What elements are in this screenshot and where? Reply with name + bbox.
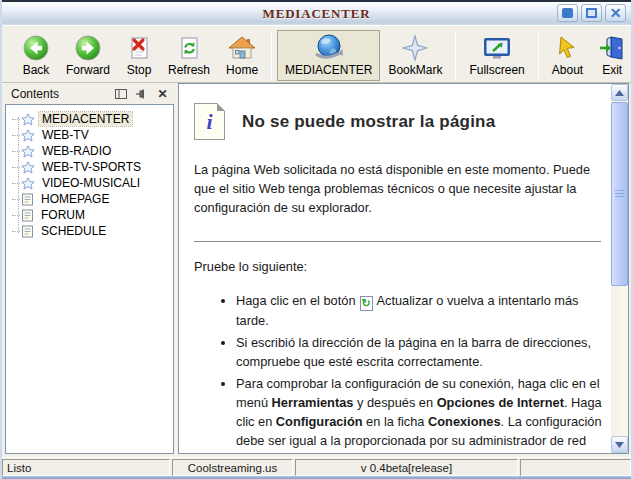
tree-item-label: MEDIACENTER <box>39 112 132 126</box>
statusbar: Listo Coolstreaming.us v 0.4beta[release… <box>2 457 631 476</box>
about-label: About <box>552 63 583 77</box>
titlebar: MEDIACENTER ✕ <box>2 0 631 25</box>
bullet-text-bold: Conexiones <box>428 414 501 429</box>
bookmark-label: BookMark <box>388 63 442 77</box>
fullscreen-icon <box>482 33 512 63</box>
status-version: v 0.4beta[release] <box>295 459 518 476</box>
mediacenter-label: MEDIACENTER <box>285 63 372 77</box>
tree-item-mediacenter[interactable]: MEDIACENTER <box>12 111 171 127</box>
star-icon <box>21 113 35 126</box>
tree-item-label: WEB-TV <box>39 128 92 142</box>
refresh-label: Refresh <box>168 63 210 77</box>
toolbar-separator <box>455 31 456 79</box>
bullet-text: Haga clic en el botón <box>236 293 356 308</box>
tree-item-web-tv-sports[interactable]: WEB-TV-SPORTS <box>12 159 171 175</box>
home-label: Home <box>226 63 258 77</box>
tree-item-homepage[interactable]: HOMEPAGE <box>12 191 171 207</box>
tree-item-label: SCHEDULE <box>38 224 109 238</box>
bullet-text: en la ficha <box>363 414 428 429</box>
status-filler <box>520 459 631 476</box>
refresh-inline-icon: ↻ <box>360 296 373 311</box>
close-button[interactable]: ✕ <box>605 4 626 22</box>
browser-view: i No se puede mostrar la página La págin… <box>178 83 629 454</box>
star-icon <box>21 177 35 190</box>
tree-item-schedule[interactable]: SCHEDULE <box>12 223 171 239</box>
fullscreen-label: Fullscreen <box>469 63 524 77</box>
star-icon <box>21 129 35 142</box>
list-item: Si escribió la dirección de la página en… <box>236 333 603 371</box>
page-title: No se puede mostrar la página <box>242 112 495 131</box>
stop-icon <box>126 33 152 63</box>
sidebar-close-icon[interactable]: ✕ <box>156 88 169 100</box>
list-item: Haga clic en el botón↻Actualizar o vuelv… <box>236 291 603 330</box>
main-area: Contents ✕ <box>2 83 631 457</box>
globe-icon <box>312 33 346 63</box>
exit-button[interactable]: Exit <box>591 30 633 81</box>
sidebar-title: Contents <box>11 87 59 101</box>
minimize-icon <box>562 8 573 18</box>
split-view-icon[interactable] <box>114 88 127 100</box>
back-label: Back <box>23 63 50 77</box>
fullscreen-button[interactable]: Fullscreen <box>461 30 532 81</box>
bullet-text: y después en <box>353 395 436 410</box>
refresh-button[interactable]: Refresh <box>160 30 218 81</box>
window-title: MEDIACENTER <box>263 6 371 22</box>
star-icon <box>21 161 35 174</box>
tree-item-label: WEB-TV-SPORTS <box>39 160 144 174</box>
error-page: i No se puede mostrar la página La págin… <box>179 84 611 453</box>
bullet-text-bold: Herramientas <box>272 395 354 410</box>
bullet-text-bold: Configuración <box>276 414 363 429</box>
forward-label: Forward <box>66 63 110 77</box>
page-icon <box>21 224 34 238</box>
divider <box>194 241 601 242</box>
scroll-up-button[interactable] <box>611 84 628 101</box>
tree-item-web-radio[interactable]: WEB-RADIO <box>12 143 171 159</box>
home-icon <box>227 33 257 63</box>
bullet-text-bold: Opciones de Internet <box>437 395 564 410</box>
scrollbar-track[interactable] <box>611 101 628 436</box>
scrollbar-thumb[interactable] <box>611 102 628 286</box>
contents-tree: MEDIACENTER WEB-TV WEB-RADIO <box>5 104 174 454</box>
toolbar: Back Forward <box>2 25 631 83</box>
tree-item-video-musicali[interactable]: VIDEO-MUSICALI <box>12 175 171 191</box>
sidebar-header: Contents ✕ <box>5 83 174 104</box>
list-item: Para comprobar la configuración de su co… <box>236 374 603 453</box>
tree-item-label: HOMEPAGE <box>38 192 112 206</box>
mediacenter-button[interactable]: MEDIACENTER <box>277 30 380 81</box>
exit-label: Exit <box>602 63 622 77</box>
back-button[interactable]: Back <box>14 30 58 81</box>
minimize-button[interactable] <box>557 4 578 22</box>
window-controls: ✕ <box>557 4 626 22</box>
status-site: Coolstreaming.us <box>172 459 293 476</box>
bookmark-button[interactable]: BookMark <box>380 30 450 81</box>
contents-sidebar: Contents ✕ <box>5 83 178 454</box>
about-button[interactable]: About <box>544 30 591 81</box>
tree-item-forum[interactable]: FORUM <box>12 207 171 223</box>
page-icon <box>21 192 34 206</box>
exit-door-icon <box>599 33 625 63</box>
stop-button[interactable]: Stop <box>118 30 160 81</box>
bullet-text: Si escribió la dirección de la página en… <box>236 335 591 369</box>
maximize-icon <box>586 8 597 18</box>
home-button[interactable]: Home <box>218 30 266 81</box>
tree-item-label: WEB-RADIO <box>39 144 114 158</box>
scroll-down-button[interactable] <box>611 436 628 453</box>
refresh-icon <box>176 33 202 63</box>
status-message: Listo <box>2 459 170 476</box>
suggestion-list: Haga clic en el botón↻Actualizar o vuelv… <box>220 291 603 453</box>
tree-item-label: VIDEO-MUSICALI <box>39 176 143 190</box>
back-icon <box>22 33 50 63</box>
tree-item-web-tv[interactable]: WEB-TV <box>12 127 171 143</box>
maximize-button[interactable] <box>581 4 602 22</box>
pin-icon[interactable] <box>135 88 148 100</box>
vertical-scrollbar[interactable] <box>611 84 628 453</box>
about-cursor-icon <box>556 33 578 63</box>
stop-label: Stop <box>127 63 152 77</box>
forward-button[interactable]: Forward <box>58 30 118 81</box>
bookmark-star-icon <box>402 33 428 63</box>
app-window: MEDIACENTER ✕ Back <box>0 0 633 479</box>
tree-item-label: FORUM <box>38 208 88 222</box>
star-icon <box>21 145 35 158</box>
close-icon: ✕ <box>610 6 622 20</box>
try-heading: Pruebe lo siguiente: <box>194 257 603 276</box>
